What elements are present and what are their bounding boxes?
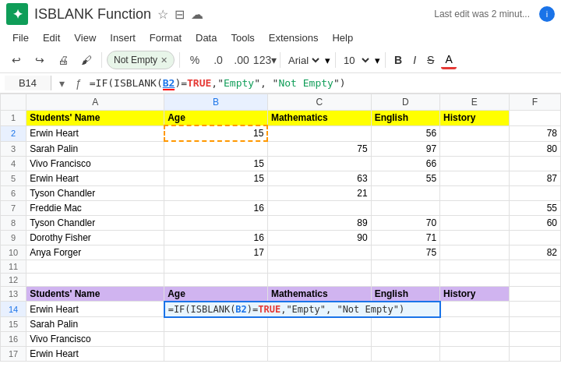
- cell-b1[interactable]: Age: [164, 111, 268, 126]
- cell-b4[interactable]: 15: [164, 156, 268, 171]
- cell-b8[interactable]: [164, 215, 268, 230]
- decimal2-button[interactable]: .00: [231, 50, 252, 70]
- cell-c12[interactable]: [267, 273, 371, 286]
- cell-a13[interactable]: Students' Name: [26, 286, 164, 302]
- menu-tools[interactable]: Tools: [224, 30, 260, 46]
- cell-c13[interactable]: Mathematics: [267, 286, 371, 302]
- col-header-a[interactable]: A: [26, 94, 164, 111]
- cell-d16[interactable]: [371, 332, 439, 347]
- cell-a15[interactable]: Sarah Palin: [26, 317, 164, 332]
- cell-c4[interactable]: [267, 156, 371, 171]
- size-selector[interactable]: 10: [340, 54, 372, 67]
- cell-f15[interactable]: [509, 317, 560, 332]
- strikethrough-button[interactable]: S: [423, 52, 438, 68]
- cell-e2[interactable]: [440, 125, 509, 141]
- undo-button[interactable]: ↩: [6, 50, 26, 70]
- cell-d3[interactable]: 97: [371, 141, 439, 156]
- cell-f11[interactable]: [509, 260, 560, 273]
- cell-b5[interactable]: 15: [164, 171, 268, 185]
- cell-b14[interactable]: =IF(ISBLANK(B2)=TRUE,"Empty", "Not Empty…: [164, 302, 440, 317]
- cell-a11[interactable]: [26, 260, 164, 273]
- col-header-f[interactable]: F: [509, 94, 560, 111]
- cell-c16[interactable]: [267, 332, 371, 347]
- cloud-icon[interactable]: ☁: [191, 7, 203, 22]
- cell-f9[interactable]: [509, 230, 560, 245]
- cell-b10[interactable]: 17: [164, 245, 268, 260]
- cell-b17[interactable]: [164, 347, 268, 362]
- cell-a1[interactable]: Students' Name: [26, 111, 164, 126]
- cell-a5[interactable]: Erwin Heart: [26, 171, 164, 185]
- cell-f2[interactable]: 78: [509, 125, 560, 141]
- menu-edit[interactable]: Edit: [37, 30, 66, 46]
- cell-d17[interactable]: [371, 347, 439, 362]
- cell-c8[interactable]: 89: [267, 215, 371, 230]
- bold-button[interactable]: B: [390, 52, 406, 68]
- star-icon[interactable]: ☆: [157, 7, 168, 22]
- col-header-c[interactable]: C: [267, 94, 371, 111]
- font-color-button[interactable]: A: [441, 51, 456, 69]
- cell-f6[interactable]: [509, 185, 560, 200]
- col-header-e[interactable]: E: [440, 94, 509, 111]
- cell-f17[interactable]: [509, 347, 560, 362]
- cell-a4[interactable]: Vivo Francisco: [26, 156, 164, 171]
- print-button[interactable]: 🖨: [53, 50, 73, 70]
- menu-file[interactable]: File: [6, 30, 35, 46]
- cell-e8[interactable]: [440, 215, 509, 230]
- cell-b9[interactable]: 16: [164, 230, 268, 245]
- redo-button[interactable]: ↪: [30, 50, 50, 70]
- cell-e15[interactable]: [440, 317, 509, 332]
- cell-c3[interactable]: 75: [267, 141, 371, 156]
- cell-e3[interactable]: [440, 141, 509, 156]
- cell-c2[interactable]: [267, 125, 371, 141]
- cell-a3[interactable]: Sarah Palin: [26, 141, 164, 156]
- cell-e9[interactable]: [440, 230, 509, 245]
- cell-a14[interactable]: Erwin Heart: [26, 302, 164, 317]
- cell-a16[interactable]: Vivo Francisco: [26, 332, 164, 347]
- tag-close-button[interactable]: ✕: [161, 55, 168, 65]
- menu-format[interactable]: Format: [143, 30, 188, 46]
- cell-b11[interactable]: [164, 260, 268, 273]
- cell-e5[interactable]: [440, 171, 509, 185]
- menu-insert[interactable]: Insert: [104, 30, 142, 46]
- folder-icon[interactable]: ⊟: [175, 7, 185, 22]
- cell-c5[interactable]: 63: [267, 171, 371, 185]
- cell-b6[interactable]: [164, 185, 268, 200]
- cell-e17[interactable]: [440, 347, 509, 362]
- cell-a8[interactable]: Tyson Chandler: [26, 215, 164, 230]
- cell-e10[interactable]: [440, 245, 509, 260]
- cell-d7[interactable]: [371, 200, 439, 215]
- cell-f5[interactable]: 87: [509, 171, 560, 185]
- menu-view[interactable]: View: [68, 30, 102, 46]
- cell-b7[interactable]: 16: [164, 200, 268, 215]
- cell-e12[interactable]: [440, 273, 509, 286]
- cell-c17[interactable]: [267, 347, 371, 362]
- cell-a9[interactable]: Dorothy Fisher: [26, 230, 164, 245]
- cell-c1[interactable]: Mathematics: [267, 111, 371, 126]
- cell-d8[interactable]: 70: [371, 215, 439, 230]
- paint-format-button[interactable]: 🖌: [76, 50, 97, 70]
- cell-d12[interactable]: [371, 273, 439, 286]
- cell-a17[interactable]: Erwin Heart: [26, 347, 164, 362]
- cell-c11[interactable]: [267, 260, 371, 273]
- cell-f10[interactable]: 82: [509, 245, 560, 260]
- percent-button[interactable]: %: [185, 50, 205, 70]
- cell-e16[interactable]: [440, 332, 509, 347]
- cell-a2[interactable]: Erwin Heart: [26, 125, 164, 141]
- cell-a6[interactable]: Tyson Chandler: [26, 185, 164, 200]
- font-selector[interactable]: Arial: [285, 54, 322, 67]
- cell-c6[interactable]: 21: [267, 185, 371, 200]
- format123-button[interactable]: 123▾: [255, 50, 275, 70]
- menu-extensions[interactable]: Extensions: [263, 30, 325, 46]
- cell-c7[interactable]: [267, 200, 371, 215]
- cell-d2[interactable]: 56: [371, 125, 439, 141]
- cell-f1[interactable]: [509, 111, 560, 126]
- cell-a7[interactable]: Freddie Mac: [26, 200, 164, 215]
- cell-f4[interactable]: [509, 156, 560, 171]
- decimal1-button[interactable]: .0: [208, 50, 228, 70]
- cell-d10[interactable]: 75: [371, 245, 439, 260]
- cell-d4[interactable]: 66: [371, 156, 439, 171]
- cell-d6[interactable]: [371, 185, 439, 200]
- cell-c10[interactable]: [267, 245, 371, 260]
- cell-d11[interactable]: [371, 260, 439, 273]
- cell-b15[interactable]: [164, 317, 268, 332]
